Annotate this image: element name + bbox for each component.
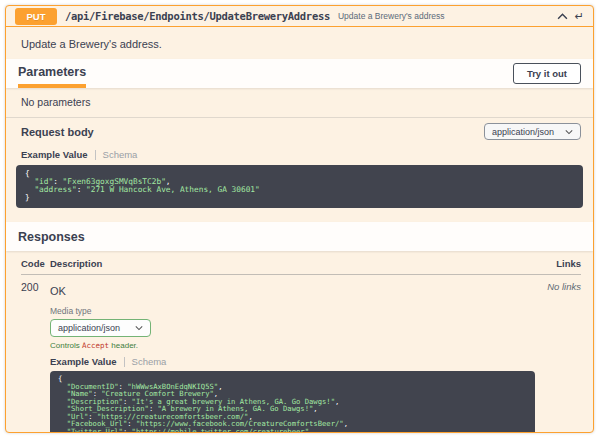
accept-code: Accept (82, 341, 109, 350)
media-type-select[interactable]: application/json (50, 319, 151, 337)
response-description-cell: OK Media type application/json Controls … (50, 281, 535, 433)
tab-example-value[interactable]: Example Value (21, 149, 88, 160)
column-description: Description (50, 258, 535, 269)
responses-table-header: Code Description Links (21, 258, 581, 275)
http-method-badge: PUT (15, 8, 57, 25)
response-example-code: { "DocumentID": "hWWwsAxBOnEdqNKIQ5S", "… (50, 371, 535, 433)
request-body-label: Request body (21, 126, 94, 138)
tab-divider (124, 357, 125, 367)
accept-header-message: Controls Accept header. (50, 341, 535, 350)
operation-panel-put-updatebreweryaddress: PUT /api/Firebase/Endpoints/UpdateBrewer… (5, 5, 594, 433)
media-type-label: Media type (50, 306, 535, 316)
try-it-out-button[interactable]: Try it out (513, 63, 581, 84)
response-row-200: 200 OK Media type application/json Contr… (21, 275, 581, 433)
request-body-row: Request body application/json (6, 118, 593, 145)
chevron-down-icon (135, 325, 143, 331)
request-content-type-value: application/json (492, 127, 554, 137)
request-content-type-select[interactable]: application/json (484, 123, 581, 140)
operation-summary-bar[interactable]: PUT /api/Firebase/Endpoints/UpdateBrewer… (6, 6, 593, 27)
response-code: 200 (21, 281, 50, 433)
chevron-down-icon (565, 129, 573, 135)
response-example-tabs: Example Value Schema (50, 356, 535, 367)
response-description: OK (50, 285, 535, 297)
chevron-up-icon[interactable] (557, 12, 568, 20)
no-parameters-text: No parameters (6, 88, 593, 118)
responses-table: Code Description Links 200 OK Media type… (6, 251, 593, 433)
request-example-tabs: Example Value Schema (6, 145, 593, 163)
tab-schema[interactable]: Schema (132, 356, 167, 367)
column-links: Links (535, 258, 581, 269)
responses-title: Responses (18, 222, 85, 251)
parameters-section-header: Parameters Try it out (6, 59, 593, 88)
tab-schema[interactable]: Schema (103, 149, 138, 160)
responses-section-header: Responses (6, 222, 593, 251)
endpoint-summary: Update a Brewery's address (338, 11, 445, 21)
response-media-type: Media type application/json Controls Acc… (50, 306, 535, 350)
tab-example-value[interactable]: Example Value (50, 356, 117, 367)
response-links: No links (535, 281, 581, 433)
endpoint-path: /api/Firebase/Endpoints/UpdateBreweryAdd… (65, 10, 330, 22)
tab-divider (95, 150, 96, 160)
return-arrow-icon[interactable]: ↵ (575, 10, 584, 23)
request-example-code: { "id": "Fxen63goxgSMVqBsTC2b", "address… (16, 165, 583, 208)
column-code: Code (21, 258, 50, 269)
media-type-value: application/json (58, 323, 120, 333)
parameters-title: Parameters (18, 59, 86, 88)
operation-description: Update a Brewery's address. (6, 27, 593, 59)
